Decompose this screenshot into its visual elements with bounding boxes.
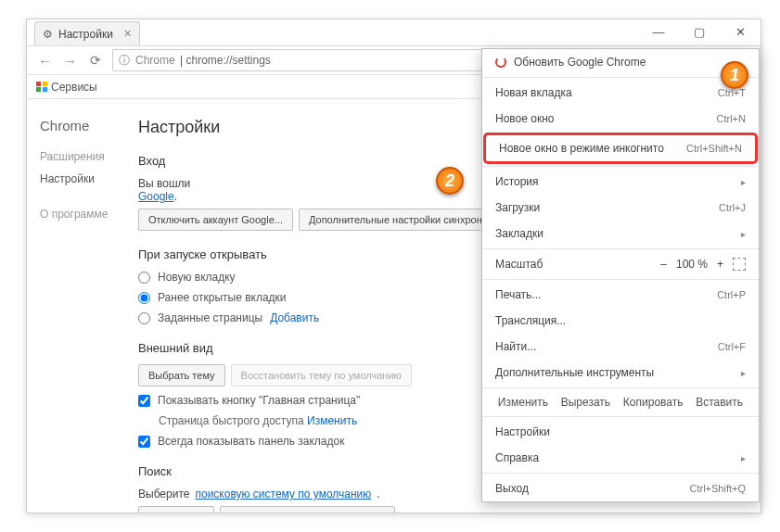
menu-zoom: Масштаб – 100 % + bbox=[482, 251, 759, 277]
gear-icon: ⚙ bbox=[43, 28, 53, 41]
chevron-right-icon bbox=[741, 175, 746, 188]
menu-tools[interactable]: Дополнительные инструменты bbox=[482, 360, 759, 386]
site-info-icon[interactable]: ⓘ bbox=[119, 53, 130, 69]
menu-edit-row: Изменить Вырезать Копировать Вставить bbox=[482, 390, 759, 414]
choose-theme-button[interactable]: Выбрать тему bbox=[138, 364, 225, 386]
fullscreen-icon[interactable] bbox=[733, 258, 746, 271]
browser-tab[interactable]: ⚙ Настройки ✕ bbox=[34, 21, 140, 45]
zoom-value: 100 % bbox=[676, 258, 708, 271]
zoom-in-button[interactable]: + bbox=[717, 258, 723, 271]
menu-downloads[interactable]: ЗагрузкиCtrl+J bbox=[482, 195, 759, 221]
apps-shortcut[interactable]: Сервисы bbox=[36, 81, 97, 94]
add-pages-link[interactable]: Добавить bbox=[270, 311, 319, 324]
reload-icon[interactable]: ⟳ bbox=[83, 53, 109, 68]
chevron-right-icon bbox=[741, 366, 746, 379]
close-button[interactable]: ✕ bbox=[720, 19, 761, 44]
sidebar-item-extensions[interactable]: Расширения bbox=[40, 150, 138, 163]
url-path: chrome://settings bbox=[185, 54, 270, 67]
forward-icon[interactable]: → bbox=[63, 53, 77, 69]
menu-settings[interactable]: Настройки bbox=[482, 419, 759, 445]
sidebar-title: Chrome bbox=[40, 118, 138, 133]
menu-paste[interactable]: Вставить bbox=[696, 396, 743, 409]
tab-title: Настройки bbox=[58, 28, 113, 41]
annotation-callout-1: 1 bbox=[721, 61, 748, 89]
menu-update[interactable]: Обновить Google Chrome bbox=[482, 49, 759, 75]
manage-search-button[interactable]: Настроить поисковые системы... bbox=[220, 506, 395, 513]
reset-theme-button: Восстановить тему по умолчанию bbox=[231, 364, 412, 386]
settings-sidebar: Chrome Расширения Настройки О программе bbox=[27, 99, 138, 513]
account-link[interactable]: Google bbox=[138, 190, 174, 203]
menu-new-window[interactable]: Новое окноCtrl+N bbox=[482, 106, 759, 132]
menu-cut[interactable]: Вырезать bbox=[561, 396, 610, 409]
chevron-right-icon bbox=[741, 227, 746, 240]
menu-bookmarks[interactable]: Закладки bbox=[482, 221, 759, 247]
login-text: Вы вошли bbox=[138, 177, 190, 190]
sidebar-item-about[interactable]: О программе bbox=[40, 208, 138, 221]
menu-incognito[interactable]: Новое окно в режиме инкогнитоCtrl+Shift+… bbox=[486, 135, 755, 161]
menu-history[interactable]: История bbox=[482, 169, 759, 195]
nav-arrows: ← → bbox=[32, 53, 83, 69]
zoom-out-button[interactable]: – bbox=[660, 258, 667, 271]
update-icon bbox=[495, 57, 506, 68]
search-engine-select[interactable]: Google bbox=[138, 506, 214, 513]
menu-find[interactable]: Найти...Ctrl+F bbox=[482, 334, 759, 360]
back-icon[interactable]: ← bbox=[38, 53, 52, 69]
maximize-button[interactable]: ▢ bbox=[679, 19, 720, 44]
menu-new-tab[interactable]: Новая вкладкаCtrl+T bbox=[482, 80, 759, 106]
minimize-button[interactable]: — bbox=[638, 19, 679, 44]
sidebar-item-settings[interactable]: Настройки bbox=[40, 172, 138, 185]
chevron-right-icon bbox=[741, 451, 746, 464]
default-search-link[interactable]: поисковую систему по умолчанию bbox=[195, 488, 371, 500]
titlebar: ⚙ Настройки ✕ — ▢ ✕ bbox=[27, 19, 761, 45]
close-tab-icon[interactable]: ✕ bbox=[123, 28, 132, 40]
menu-cast[interactable]: Трансляция... bbox=[482, 308, 759, 334]
menu-help[interactable]: Справка bbox=[482, 445, 759, 471]
apps-grid-icon bbox=[36, 82, 47, 93]
main-menu-dropdown: Обновить Google Chrome Новая вкладкаCtrl… bbox=[481, 48, 760, 502]
annotation-callout-2: 2 bbox=[436, 167, 464, 195]
menu-exit[interactable]: ВыходCtrl+Shift+Q bbox=[482, 475, 759, 501]
url-origin: Chrome bbox=[135, 54, 175, 67]
apps-label: Сервисы bbox=[51, 81, 97, 94]
disconnect-button[interactable]: Отключить аккаунт Google... bbox=[138, 209, 293, 231]
menu-copy[interactable]: Копировать bbox=[623, 396, 684, 409]
change-home-link[interactable]: Изменить bbox=[307, 414, 357, 427]
window-controls: — ▢ ✕ bbox=[638, 19, 761, 44]
menu-print[interactable]: Печать...Ctrl+P bbox=[482, 282, 759, 308]
